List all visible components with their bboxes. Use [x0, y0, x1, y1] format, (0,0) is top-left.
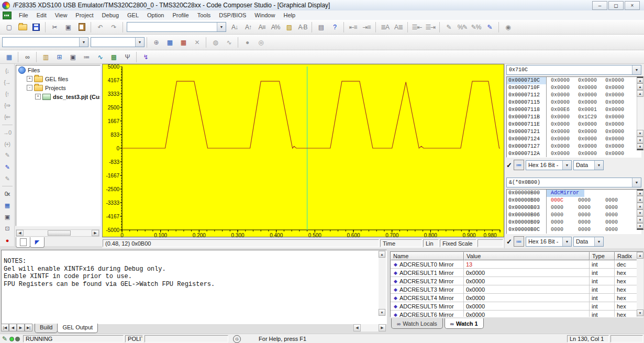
watch-row[interactable]: ◆ADCRESULT1 Mirror0x0000inthex — [391, 269, 643, 277]
scroll-icon[interactable]: ▲ — [637, 196, 643, 203]
find-word-icon[interactable]: A≡ — [256, 21, 268, 34]
scroll-up-icon[interactable]: ▲ — [637, 252, 643, 259]
scroll-icon[interactable]: ▼ — [637, 143, 643, 150]
cpu-registers-icon[interactable]: ▣ — [66, 51, 79, 63]
menu-dsp-bios[interactable]: DSP/BIOS — [215, 11, 250, 19]
tab-last-icon[interactable]: ▶| — [25, 324, 32, 331]
compile-file-icon[interactable]: ⊕ — [150, 36, 162, 49]
project-combobox[interactable]: ▼ — [2, 37, 88, 47]
menu-help[interactable]: Help — [279, 11, 299, 19]
justify-right-icon[interactable]: ☰⇥ — [424, 21, 437, 34]
print-icon[interactable]: ▤ — [315, 21, 327, 34]
replace-icon[interactable]: A·B — [296, 21, 309, 34]
profile-view-icon[interactable]: ✎ — [2, 173, 13, 184]
watch-radix[interactable]: hex — [615, 269, 637, 276]
expand-icon[interactable]: + — [35, 94, 41, 99]
scroll-icon[interactable]: ▼ — [637, 216, 643, 223]
watch-value[interactable]: 0x0000 — [464, 285, 590, 293]
watch-row[interactable]: ◆ADCRESULT5 Mirror0x0000inthex — [391, 302, 643, 311]
menu-tools[interactable]: Tools — [193, 11, 215, 19]
watch-value[interactable]: 0x0000 — [464, 277, 590, 285]
memory-row[interactable]: 0x0000710F0x00000x00000x0000 — [507, 84, 641, 92]
expand-icon[interactable]: + — [27, 76, 32, 82]
chevron-down-icon[interactable]: ▼ — [632, 65, 641, 74]
memory-row[interactable]: 0x0000710C0x00000x00000x0000 — [507, 77, 641, 84]
memory-format-combobox[interactable]: Hex 16 Bit -▼ — [526, 160, 572, 170]
scroll-icon[interactable]: ▼ — [637, 130, 643, 137]
cut-icon[interactable]: ✂ — [48, 21, 61, 34]
watch-radix[interactable]: dec — [615, 260, 637, 268]
watch-radix[interactable]: hex — [615, 285, 637, 293]
watch-radix[interactable]: hex — [615, 302, 637, 310]
collapse-icon[interactable]: - — [27, 85, 32, 91]
step-into-icon[interactable]: {↓ — [2, 65, 13, 76]
memory-row[interactable]: 0x00000B09000000000000 — [507, 219, 641, 226]
menu-gel[interactable]: GEL — [123, 11, 143, 19]
memory-row[interactable]: 0x00000B00000C00000000 — [507, 197, 641, 204]
project-tree-hscrollbar[interactable]: ◀ ▶ — [16, 229, 99, 237]
menu-edit[interactable]: Edit — [32, 11, 51, 19]
halt-icon[interactable]: ◍ — [209, 36, 221, 49]
memory-vscrollbar[interactable]: ▲▲▲▼▼▼ — [637, 76, 643, 150]
find-match-next-icon[interactable]: A≣ — [392, 21, 405, 34]
memory-window-icon[interactable]: ▦ — [2, 200, 13, 211]
cpu-halt-icon[interactable]: ● — [241, 36, 253, 49]
watch-value[interactable]: 0x0000 — [464, 302, 590, 310]
chevron-down-icon[interactable]: ▼ — [594, 161, 603, 170]
memory-row[interactable]: 0x00000B00AdcMirror — [507, 190, 641, 197]
profile-point2-icon[interactable]: ✎% — [470, 21, 482, 34]
graph-icon[interactable]: ∿ — [94, 51, 106, 63]
watch-glasses-icon[interactable]: ∞ — [21, 51, 34, 63]
chevron-down-icon[interactable]: ▼ — [135, 38, 144, 47]
memory-grid[interactable]: 0x00000B00AdcMirror0x00000B00000C0000000… — [506, 189, 641, 234]
scroll-left-icon[interactable]: ◀ — [353, 324, 361, 331]
scroll-icon[interactable]: ▲ — [637, 76, 643, 83]
watch-column-value[interactable]: Value — [464, 252, 590, 260]
properties-icon[interactable]: ≔ — [514, 160, 524, 170]
memory-row[interactable]: 0x00000B06000000000000 — [507, 212, 641, 219]
memory-format-combobox[interactable]: Hex 16 Bit -▼ — [526, 237, 572, 247]
output-hscrollbar[interactable]: ◀ ▶ — [353, 324, 386, 331]
profile-point-icon[interactable]: %✎ — [456, 21, 469, 34]
chevron-down-icon[interactable]: ▼ — [632, 178, 641, 187]
scroll-right-icon[interactable]: ▶ — [379, 324, 386, 331]
memory-row[interactable]: 0x0000712A0x00000x00000x0000 — [507, 150, 641, 158]
watch-radix[interactable]: hex — [615, 277, 637, 285]
chevron-down-icon[interactable]: ▼ — [562, 237, 571, 246]
output-vscrollbar[interactable]: ▲ ▼ — [379, 251, 386, 316]
graph-plot-area[interactable]: 500041673333250016678330-833-1667-2500-3… — [102, 64, 504, 237]
memory-page-value[interactable]: Data — [574, 162, 594, 168]
scroll-track[interactable] — [361, 324, 379, 331]
memory-row[interactable]: 0x0000711B0x00000x1C290x0000 — [507, 114, 641, 121]
config-combobox[interactable]: ▼ — [91, 37, 145, 47]
scroll-left-icon[interactable]: ◀ — [16, 230, 24, 236]
workspace-window-icon[interactable]: ⊡ — [2, 224, 13, 234]
indent-right-icon[interactable]: ⇥≡ — [360, 21, 373, 34]
watch-radix[interactable]: hex — [615, 311, 637, 317]
profile-pen-icon[interactable]: ✎ — [2, 150, 13, 161]
watch-column-name[interactable]: Name — [391, 252, 464, 260]
watch-vscrollbar[interactable]: ▲ ▼ — [637, 252, 643, 316]
tab-first-icon[interactable]: |◀ — [1, 324, 9, 331]
probe-point-icon[interactable]: ✎ — [442, 21, 455, 34]
save-icon[interactable] — [30, 21, 42, 34]
watch-tab-watch-1[interactable]: ∞Watch 1 — [445, 318, 484, 329]
wrench-icon[interactable]: ◎ — [254, 36, 267, 49]
redo-icon[interactable]: ↷ — [107, 21, 120, 34]
memory-row[interactable]: 0x000071150x00000x00000x0000 — [507, 99, 641, 106]
enable-check-icon[interactable]: ✓ — [506, 161, 512, 169]
watch-radix[interactable]: hex — [615, 294, 637, 302]
watch-row[interactable]: ◆ADCRESULT0 Mirror13intdec — [391, 260, 643, 269]
animate-icon[interactable]: ∿ — [223, 36, 235, 49]
menu-file[interactable]: File — [15, 11, 32, 19]
find-next-icon[interactable]: A↓ — [228, 21, 241, 34]
watch-row[interactable]: ◆ADCRESULT6 Mirror0x0000inthex — [391, 311, 643, 317]
chevron-down-icon[interactable]: ▼ — [594, 237, 603, 246]
scroll-icon[interactable]: ▼ — [637, 209, 643, 216]
bookmarks-tab[interactable]: ◤ — [30, 237, 45, 248]
enable-check-icon[interactable]: ✓ — [506, 238, 512, 246]
document-icon[interactable] — [3, 12, 12, 19]
image-icon[interactable]: ▩ — [107, 51, 120, 63]
step-out-icon[interactable]: {↑ — [2, 88, 13, 99]
menu-option[interactable]: Option — [143, 11, 168, 19]
